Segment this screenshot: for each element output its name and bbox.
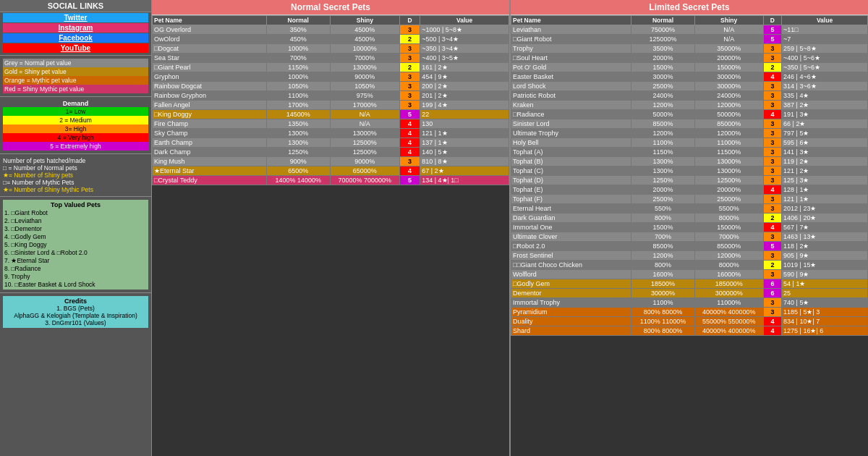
shiny-val: 11000% [694,298,763,308]
pet-name: OG Overlord [153,25,267,35]
top-pet-3: 3. □Dementor [4,224,147,232]
value-text: 590 | 9★ [782,270,868,279]
normal-val: 550% [631,204,694,214]
demand-val: 3 [400,54,420,63]
demand-val: 4 [400,129,420,138]
shiny-val: 12500% [694,176,763,185]
demand-3: 3= High [3,124,148,133]
value-text: 797 | 5★ [782,129,868,138]
demand-4: 4 = Very high [3,133,148,142]
pet-name: Sinister Lord [511,119,631,129]
top-pet-7: 7. ★Eternal Star [4,256,147,264]
pet-name: OwOlord [153,35,267,44]
normal-pets-table: Pet Name Normal Shiny D Value OG Overlor… [152,15,509,185]
value-text: 834 | 10★| 7 [782,317,868,326]
value-text: 200 | 2★ [420,82,509,91]
value-text: ~1000 | 5~8★ [420,25,509,35]
table-row: Frost Sentinel 1200% 12000% 3 905 | 9★ [511,251,868,261]
shiny-val: 17000% [330,101,399,110]
table-row: □Godly Gem 18500% 185000% 6 54 | 1★ [511,279,868,289]
lim-col-shiny-header: Shiny [694,16,763,25]
normal-val: 75000% [631,25,694,35]
normal-val: 2000% [631,54,694,63]
value-text: 121 | 1★ [782,195,868,204]
shiny-val: 85000% [694,119,763,129]
shiny-val: 4500% [330,25,399,35]
normal-val: 2500% [631,82,694,91]
youtube-link[interactable]: YouTube [3,43,148,53]
normal-val: 1200% [631,251,694,261]
value-text: ~350 | 5~6★ [782,63,868,72]
normal-val: 1200% [631,101,694,110]
pet-name: Kraken [511,101,631,110]
col-name-header: Pet Name [153,16,267,25]
demand-val: 4 [400,148,420,157]
pet-name: □Radiance [511,110,631,119]
normal-val: 1400% 14000% [266,176,330,185]
shiny-val: 300000% [694,289,763,298]
value-text: 66 | 2★ [782,119,868,129]
normal-val: 2500% [631,195,694,204]
shiny-val: 1050% [330,82,399,91]
demand-val: 3 [763,82,781,91]
divider-5 [0,292,151,293]
value-text: 130 [420,119,509,129]
lim-col-value-header: Value [782,16,868,25]
table-row: Gryphon 1000% 9000% 3 454 | 9★ [153,72,509,82]
pet-name: □Giant Robot [511,35,631,44]
normal-val: 18500% [631,279,694,289]
value-text: 119 | 2★ [782,157,868,166]
shiny-val: 11500% [694,148,763,157]
normal-val: 6500% [266,166,330,176]
table-row: Tophat (F) 2500% 25000% 3 121 | 1★ [511,195,868,204]
col-normal-header: Normal [266,16,330,25]
value-text: 134 | 4★| 1□ [420,176,509,185]
pet-name: Earth Champ [153,138,267,148]
facebook-link[interactable]: Facebook [3,33,148,43]
pet-name: Eternal Heart [511,204,631,214]
instagram-link[interactable]: Instagram [3,23,148,33]
pet-name: Easter Basket [511,72,631,82]
value-text: 121 | 2★ [782,166,868,176]
normal-val: 1000% [266,72,330,82]
shiny-val: 10000% [330,44,399,54]
table-row: Tophat (D) 1250% 12500% 3 125 | 3★ [511,176,868,185]
shiny-val: 7000% [330,54,399,63]
pet-name: Sea Star [153,54,267,63]
pet-name: Fallen Angel [153,101,267,110]
normal-val: 1050% [266,82,330,91]
shiny-val: 7000% [694,232,763,242]
shiny-val: 15000% [694,223,763,232]
shiny-val: 4500% [330,35,399,44]
demand-val: 3 [763,119,781,129]
value-text: ~350 | 3~4★ [420,44,509,54]
pet-name: Gryphon [153,72,267,82]
demand-val: 3 [763,298,781,308]
table-row: □□Giant Choco Chicken 800% 8000% 2 1019 … [511,261,868,270]
normal-val: 700% [266,54,330,63]
demand-5: 5 = Extremely high [3,142,148,151]
shiny-val: 16000% [694,270,763,279]
normal-val: 1700% [266,101,330,110]
table-row: Fire Champ 1350% N/A 4 130 [153,119,509,129]
normal-val: 1300% [266,129,330,138]
value-text: 1185 | 5★| 3 [782,308,868,317]
shiny-val: 12000% [694,101,763,110]
normal-val: 800% [631,214,694,223]
shiny-val: 24000% [694,91,763,101]
value-text: 22 [420,110,509,119]
value-text: 199 | 4★ [420,101,509,110]
shiny-val: 12500% [330,138,399,148]
demand-val: 4 [400,166,420,176]
shiny-val: 20000% [694,185,763,195]
value-text: 567 | 7★ [782,223,868,232]
normal-val: 1250% [631,176,694,185]
value-text: 118 | 2★ [782,242,868,251]
pet-name: Dementor [511,289,631,298]
shiny-val: 70000% 700000% [330,176,399,185]
normal-val: 1300% [631,166,694,176]
top-pet-1: 1. □Giant Robot [4,208,147,216]
demand-val: 3 [763,157,781,166]
twitter-link[interactable]: Twitter [3,13,148,22]
credit-2: AlphaGG & Kelogiah (Template & Inspirati… [4,312,147,319]
